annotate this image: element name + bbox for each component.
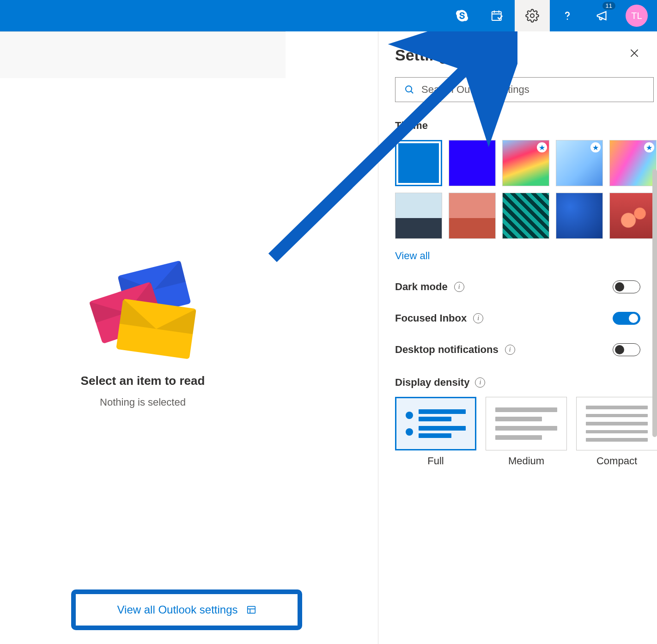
theme-grid: ★ ★ ★ (395, 140, 640, 239)
help-button[interactable] (550, 0, 585, 31)
gear-icon (525, 9, 539, 23)
panel-scrollbar[interactable] (652, 169, 657, 437)
premium-star-icon: ★ (644, 142, 654, 152)
skype-button[interactable] (444, 0, 480, 31)
notification-badge: 11 (602, 2, 615, 10)
density-caption: Medium (486, 455, 567, 467)
dark-mode-label: Dark mode (395, 281, 448, 293)
desktop-notifications-label: Desktop notifications (395, 344, 499, 356)
info-icon[interactable]: i (505, 345, 515, 355)
density-options: Full Medium Compact (395, 397, 640, 467)
settings-title: Settings (395, 46, 640, 64)
top-command-bar: 11 TL (0, 0, 657, 31)
svg-point-3 (406, 86, 412, 92)
theme-swatch[interactable]: ★ (502, 140, 549, 186)
megaphone-icon (596, 9, 609, 23)
close-button[interactable] (628, 47, 640, 61)
theme-swatch[interactable] (395, 140, 442, 186)
theme-swatch[interactable]: ★ (556, 140, 603, 186)
desktop-notifications-toggle[interactable] (613, 343, 640, 356)
view-all-settings-text: View all Outlook settings (117, 603, 237, 616)
announcements-button[interactable]: 11 (585, 0, 620, 31)
display-density-label: Display density (395, 377, 469, 389)
open-pane-icon (246, 605, 256, 615)
info-icon[interactable]: i (454, 282, 464, 292)
svg-point-2 (567, 18, 568, 20)
theme-swatch[interactable] (449, 140, 496, 186)
theme-swatch[interactable] (449, 193, 496, 239)
settings-search[interactable] (395, 77, 654, 102)
themes-view-all-link[interactable]: View all (395, 250, 430, 262)
empty-state-sub: Nothing is selected (100, 396, 186, 408)
svg-point-1 (530, 14, 534, 18)
premium-star-icon: ★ (537, 142, 547, 152)
focused-inbox-toggle[interactable] (613, 312, 640, 325)
settings-panel: Settings Theme ★ ★ ★ View all Dark modei… (378, 31, 657, 644)
skype-icon (455, 9, 469, 23)
question-icon (560, 9, 574, 23)
theme-swatch[interactable] (395, 193, 442, 239)
info-icon[interactable]: i (473, 313, 483, 323)
theme-section-label: Theme (395, 120, 640, 132)
density-option-full[interactable] (395, 397, 476, 450)
density-option-compact[interactable] (576, 397, 657, 450)
settings-button[interactable] (515, 0, 550, 31)
density-option-medium[interactable] (486, 397, 567, 450)
dark-mode-toggle[interactable] (613, 280, 640, 293)
search-icon (404, 84, 415, 96)
view-all-outlook-settings-link[interactable]: View all Outlook settings (71, 589, 302, 630)
close-icon (628, 47, 640, 59)
density-caption: Compact (576, 455, 657, 467)
premium-star-icon: ★ (590, 142, 601, 152)
focused-inbox-label: Focused Inbox (395, 312, 467, 324)
theme-swatch[interactable] (609, 193, 657, 239)
calendar-todo-button[interactable] (480, 0, 515, 31)
empty-state-illustration (90, 267, 196, 360)
theme-swatch[interactable] (502, 193, 549, 239)
reading-pane-empty: Select an item to read Nothing is select… (0, 31, 286, 644)
info-icon[interactable]: i (475, 377, 485, 388)
account-avatar[interactable]: TL (626, 5, 648, 27)
theme-swatch[interactable] (556, 193, 603, 239)
calendar-check-icon (490, 9, 504, 23)
density-caption: Full (395, 455, 476, 467)
message-list-header-strip (0, 32, 286, 78)
svg-rect-4 (247, 607, 255, 614)
empty-state-title: Select an item to read (81, 374, 205, 388)
theme-swatch[interactable]: ★ (609, 140, 657, 186)
settings-search-input[interactable] (421, 84, 645, 96)
